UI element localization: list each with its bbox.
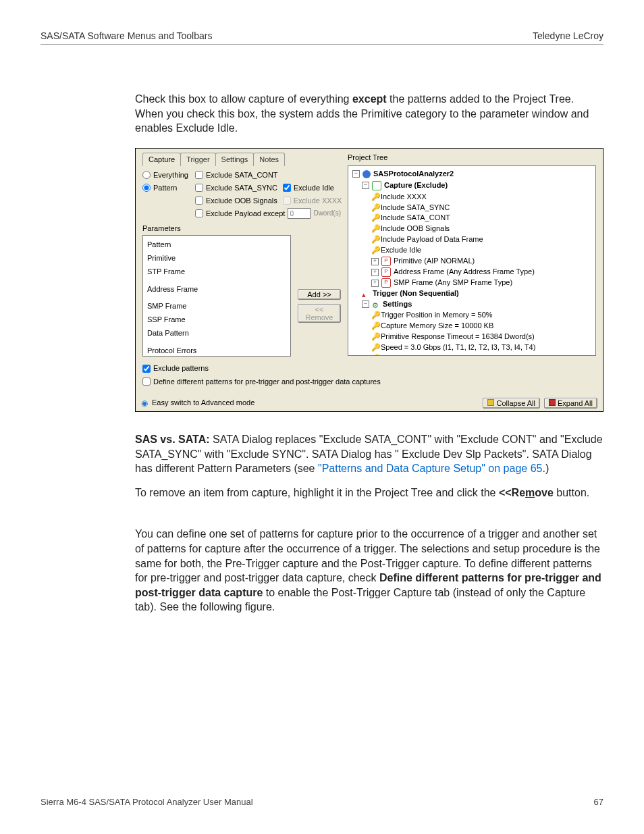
page-header: SAS/SATA Software Menus and Toolbars Tel… [41,30,603,45]
radio-pattern[interactable]: Pattern [142,183,177,193]
p-icon: P [381,257,391,266]
expand-icon [549,399,556,406]
header-left: SAS/SATA Software Menus and Toolbars [41,30,212,41]
easy-switch-link[interactable]: Easy switch to Advanced mode [152,398,254,408]
tree-item[interactable]: Address Frame (Any Address Frame Type) [394,267,535,278]
list-item[interactable]: Pattern [147,238,286,252]
radio-everything[interactable]: Everything [142,170,188,180]
collapse-icon[interactable]: − [362,182,369,189]
tree-root[interactable]: SASProtocolAnalyzer2 [373,169,454,180]
tree-capture[interactable]: Capture (Exclude) [384,180,448,191]
expand-all-button[interactable]: Expand All [544,398,597,409]
tree-item[interactable]: Primitive Response Timeout = 16384 Dword… [381,332,535,342]
tree-item[interactable]: Primitive (AIP NORMAL) [394,256,475,267]
list-item[interactable]: Protocol Errors [147,344,286,357]
link-patterns-setup[interactable]: "Patterns and Data Capture Setup" on pag… [318,463,542,474]
analyzer-icon [363,170,371,178]
collapse-icon [487,399,494,406]
tree-trigger[interactable]: Trigger (Non Sequential) [373,288,459,299]
tree-item[interactable]: Include Payload of Data Frame [381,234,483,245]
tree-item[interactable]: Include XXXX [381,192,427,203]
key-icon: 🔑 [371,332,378,342]
footer-page-number: 67 [594,797,603,807]
tree-item[interactable]: Capture Memory Size = 10000 KB [381,321,493,332]
parameters-listbox[interactable]: Pattern Primitive STP Frame Address Fram… [142,235,291,357]
key-icon: 🔑 [371,203,378,213]
key-icon: 🔑 [371,192,378,203]
expand-icon[interactable]: + [371,258,379,265]
list-item[interactable]: Address Frame [147,283,286,296]
tree-item[interactable]: Include SATA_CONT [381,213,450,224]
dword-label: Dword(s) [313,209,341,218]
chk-excl-sata-sync[interactable]: Exclude SATA_SYNC [195,183,277,193]
tab-settings[interactable]: Settings [215,153,254,166]
chk-excl-idle[interactable]: Exclude Idle [283,183,334,193]
tree-item[interactable]: Speed = 3.0 Gbps (I1, T1, I2, T2, I3, T3… [381,342,535,353]
expand-icon[interactable]: + [371,280,379,287]
parameters-label: Parameters [142,224,341,234]
tree-item[interactable]: Include OOB Signals [381,224,450,234]
tree-item[interactable]: Include SATA_SYNC [381,203,450,213]
screenshot-figure: Capture Trigger Settings Notes Everythin… [135,148,603,412]
footer-left: Sierra M6-4 SAS/SATA Protocol Analyzer U… [41,797,253,807]
expand-icon[interactable]: + [371,269,379,276]
project-tree-label: Project Tree [348,153,596,163]
tab-notes[interactable]: Notes [253,153,285,166]
header-right: Teledyne LeCroy [533,30,603,41]
tree-settings[interactable]: Settings [383,299,412,310]
remove-paragraph: To remove an item from capture, highligh… [135,486,603,500]
project-tree[interactable]: −SASProtocolAnalyzer2 −Capture (Exclude)… [348,165,596,356]
p-icon: P [381,267,391,277]
collapse-all-button[interactable]: Collapse All [483,398,540,409]
collapse-icon[interactable]: − [352,170,360,178]
chk-exclude-patterns[interactable]: Exclude patterns [142,363,209,373]
tree-item[interactable]: Trigger Position in Memory = 50% [381,310,493,321]
tab-trigger[interactable]: Trigger [180,153,215,166]
key-icon: 🔑 [371,234,378,245]
settings-icon: ⚙ [372,301,380,309]
key-icon: 🔑 [371,245,378,256]
chk-excl-xxxx: Exclude XXXX [283,196,342,206]
tree-item[interactable]: Descrambling = Enabled [381,353,462,356]
define-patterns-paragraph: You can define one set of patterns for c… [135,527,603,615]
chk-excl-oob[interactable]: Exclude OOB Signals [195,196,277,206]
key-icon: 🔑 [371,321,378,332]
remove-button[interactable]: << Remove [298,304,341,323]
capture-icon [372,181,381,190]
tabs-row: Capture Trigger Settings Notes [142,153,341,166]
chk-excl-payload[interactable]: Exclude Payload except [195,209,285,219]
intro-paragraph: Check this box to allow capture of every… [135,92,603,136]
chk-excl-sata-cont[interactable]: Exclude SATA_CONT [195,170,278,180]
list-item[interactable]: SMP Frame [147,300,286,313]
list-item[interactable]: SSP Frame [147,313,286,327]
key-icon: 🔑 [371,342,378,353]
add-button[interactable]: Add >> [298,289,341,300]
list-item[interactable]: STP Frame [147,265,286,279]
eye-icon: ◉ [141,398,148,409]
p-icon: P [381,278,391,288]
page-footer: Sierra M6-4 SAS/SATA Protocol Analyzer U… [41,797,603,807]
collapse-icon[interactable]: − [362,301,369,308]
trigger-icon: ▴ [362,290,370,298]
key-icon: 🔑 [371,224,378,234]
sas-vs-sata-paragraph: SAS vs. SATA: SATA Dialog replaces "Excl… [135,432,603,476]
tab-capture[interactable]: Capture [142,153,181,166]
key-icon: 🔑 [371,213,378,224]
tree-item[interactable]: Exclude Idle [381,245,421,256]
list-item[interactable]: Primitive [147,252,286,265]
tree-item[interactable]: SMP Frame (Any SMP Frame Type) [394,278,512,288]
key-icon: 🔑 [371,310,378,321]
list-item[interactable]: Data Pattern [147,327,286,340]
payload-dword-input[interactable] [288,208,311,219]
key-icon: 🔑 [371,353,378,356]
